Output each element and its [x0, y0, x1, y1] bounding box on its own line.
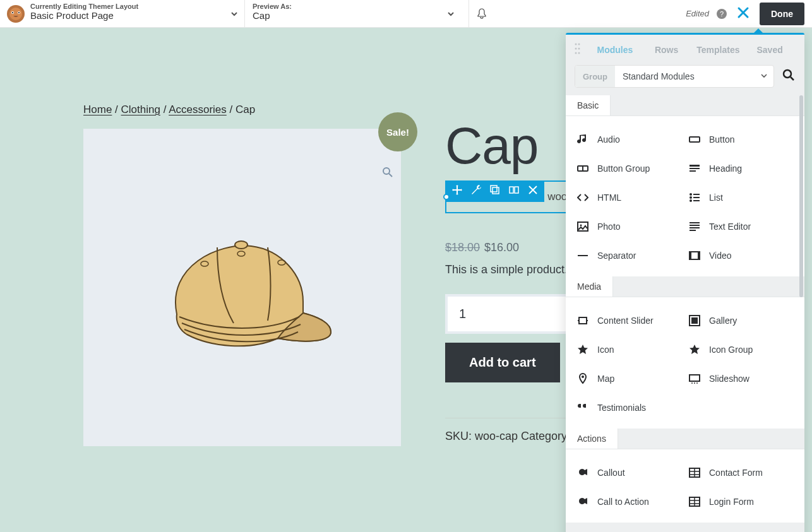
product-image-column: Sale!: [83, 129, 401, 446]
svg-rect-32: [693, 200, 700, 201]
drag-grip-icon[interactable]: [575, 42, 580, 57]
module-separator[interactable]: Separator: [577, 241, 686, 270]
svg-rect-14: [515, 187, 518, 193]
module-label: Photo: [597, 222, 621, 232]
svg-rect-41: [690, 252, 691, 259]
module-label: Icon: [597, 345, 614, 355]
preview-value: Cap: [253, 10, 441, 21]
svg-point-20: [578, 52, 580, 54]
product-image[interactable]: Sale!: [83, 129, 401, 446]
breadcrumb-accessories[interactable]: Accessories: [169, 103, 227, 115]
slideshow-icon: [689, 373, 700, 384]
done-button[interactable]: Done: [760, 3, 804, 25]
text-icon: [689, 221, 700, 232]
svg-rect-22: [690, 137, 700, 142]
module-label: Icon Group: [709, 345, 753, 355]
breadcrumb: Home / Clothing / Accessories / Cap: [83, 103, 255, 116]
form-icon: [689, 467, 700, 478]
audio-icon: [577, 134, 588, 145]
module-icon[interactable]: Icon: [577, 335, 686, 364]
editing-selector[interactable]: Currently Editing Themer Layout Basic Pr…: [30, 0, 245, 27]
group-select[interactable]: Group Standard Modules: [575, 65, 774, 88]
help-icon[interactable]: ?: [717, 9, 727, 19]
module-text-editor[interactable]: Text Editor: [689, 212, 798, 241]
wrench-icon[interactable]: [471, 185, 481, 198]
callout-icon: [577, 467, 588, 478]
module-icon-group[interactable]: Icon Group: [689, 335, 798, 364]
svg-point-27: [690, 193, 692, 196]
module-list[interactable]: List: [689, 183, 798, 212]
module-call-to-action[interactable]: Call to Action: [577, 487, 686, 516]
svg-point-31: [690, 199, 692, 202]
module-button[interactable]: Button: [689, 125, 798, 154]
module-login-form[interactable]: Login Form: [689, 487, 798, 516]
tab-saved[interactable]: Saved: [744, 45, 796, 55]
duplicate-icon[interactable]: [490, 185, 500, 198]
price-new: $16.00: [484, 241, 519, 254]
module-video[interactable]: Video: [689, 241, 798, 270]
notifications-button[interactable]: [469, 0, 494, 27]
module-heading[interactable]: Heading: [689, 154, 798, 183]
module-slideshow[interactable]: Slideshow: [689, 364, 798, 393]
form-icon: [689, 496, 700, 507]
list-icon: [689, 192, 700, 203]
module-photo[interactable]: Photo: [577, 212, 686, 241]
cta-icon: [577, 496, 588, 507]
remove-icon[interactable]: [528, 185, 538, 198]
chevron-down-icon: [441, 3, 461, 25]
module-button-group[interactable]: Button Group: [577, 154, 686, 183]
resize-handle[interactable]: [443, 194, 450, 200]
section-header[interactable]: Actions: [566, 429, 618, 449]
scrollbar[interactable]: [799, 95, 803, 297]
module-gallery[interactable]: Gallery: [689, 306, 798, 335]
module-label: Map: [597, 374, 614, 384]
sku-value: woo-cap: [475, 430, 518, 442]
svg-point-5: [18, 12, 20, 13]
svg-rect-30: [693, 197, 700, 198]
module-contact-form[interactable]: Contact Form: [689, 458, 798, 487]
columns-icon[interactable]: [509, 185, 519, 198]
svg-point-15: [575, 44, 577, 45]
preview-label: Preview As:: [253, 3, 441, 10]
separator-icon: [577, 250, 588, 261]
module-content-slider[interactable]: Content Slider: [577, 306, 686, 335]
module-callout[interactable]: Callout: [577, 458, 686, 487]
top-bar: Currently Editing Themer Layout Basic Pr…: [0, 0, 812, 28]
svg-point-1: [9, 8, 22, 20]
group-value: Standard Modules: [615, 71, 755, 81]
breadcrumb-current: Cap: [236, 103, 255, 115]
tab-templates[interactable]: Templates: [693, 45, 744, 55]
module-label: Audio: [597, 134, 620, 145]
move-icon[interactable]: [452, 185, 462, 198]
zoom-icon[interactable]: [382, 167, 393, 180]
svg-rect-35: [690, 222, 700, 223]
modules-scroll-area[interactable]: BasicAudioButtonButton GroupHeadingHTMLL…: [566, 95, 804, 532]
section-body: CalloutContact FormCall to ActionLogin F…: [566, 449, 804, 523]
module-label: Testimonials: [597, 403, 646, 413]
section-header[interactable]: Basic: [566, 95, 611, 115]
section-body: AudioButtonButton GroupHeadingHTMLListPh…: [566, 115, 804, 276]
breadcrumb-home[interactable]: Home: [83, 103, 112, 115]
button-icon: [689, 134, 700, 145]
beaver-logo: [6, 4, 25, 23]
editing-value: Basic Product Page: [30, 10, 224, 21]
module-audio[interactable]: Audio: [577, 125, 686, 154]
module-map[interactable]: Map: [577, 364, 686, 393]
section-header[interactable]: Media: [566, 276, 613, 297]
video-icon: [689, 250, 700, 261]
module-testimonials[interactable]: Testimonials: [577, 393, 686, 422]
sku-label: SKU:: [445, 430, 475, 442]
module-html[interactable]: HTML: [577, 183, 686, 212]
svg-point-34: [580, 225, 582, 227]
button-group-icon: [577, 163, 588, 174]
preview-selector[interactable]: Preview As: Cap: [245, 0, 469, 27]
tab-rows[interactable]: Rows: [641, 45, 693, 55]
breadcrumb-clothing[interactable]: Clothing: [121, 103, 160, 115]
cap-illustration: [141, 206, 343, 370]
tab-modules[interactable]: Modules: [589, 45, 641, 55]
search-button[interactable]: [782, 68, 796, 85]
svg-rect-42: [698, 252, 700, 259]
close-panel-button[interactable]: [732, 5, 755, 23]
add-to-cart-button[interactable]: Add to cart: [445, 343, 560, 382]
module-label: Video: [709, 251, 732, 261]
